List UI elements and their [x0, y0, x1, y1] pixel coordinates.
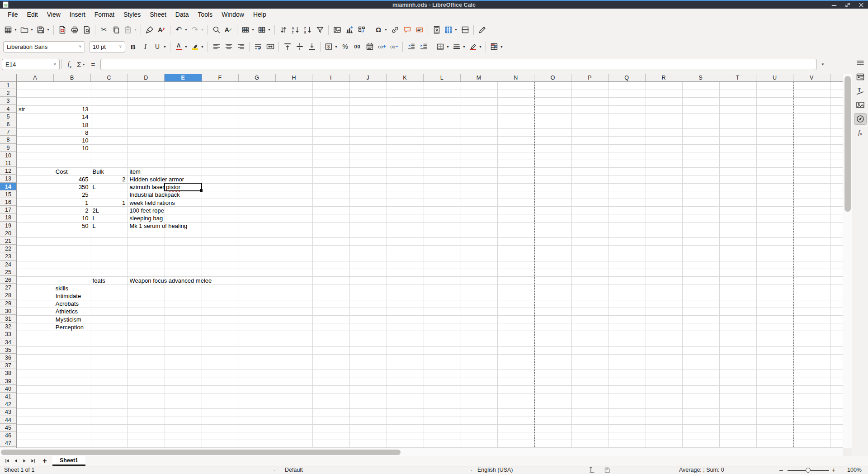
maximize-button[interactable] — [844, 2, 851, 8]
cell-B17[interactable]: 2 — [55, 207, 89, 214]
cell-B18[interactable]: 10 — [55, 215, 89, 222]
gallery-deck-button[interactable] — [854, 99, 867, 111]
cell-C13[interactable]: 2 — [92, 176, 126, 183]
cut-button[interactable]: ✂ — [98, 24, 110, 36]
row-header-43[interactable]: 43 — [0, 408, 16, 416]
zoom-in-button[interactable]: + — [832, 466, 835, 474]
cell-D16[interactable]: week field rations — [129, 199, 175, 207]
row-header-33[interactable]: 33 — [0, 331, 16, 338]
cell-B14[interactable]: 350 — [55, 184, 89, 191]
dropdown-arrow-icon[interactable]: ▾ — [14, 28, 18, 32]
row-header-29[interactable]: 29 — [0, 300, 16, 307]
dropdown-arrow-icon[interactable]: ▾ — [46, 28, 50, 32]
borders-button[interactable]: ▾ — [434, 40, 451, 53]
column-header-R[interactable]: R — [646, 74, 683, 81]
decrease-indent-button[interactable] — [405, 40, 417, 53]
column-header-P[interactable]: P — [571, 74, 609, 81]
align-top-button[interactable] — [281, 40, 293, 53]
row-header-30[interactable]: 30 — [0, 308, 16, 315]
column-header-M[interactable]: M — [461, 74, 498, 81]
row-header-18[interactable]: 18 — [0, 214, 16, 221]
sort-button[interactable] — [277, 24, 289, 36]
first-sheet-button[interactable] — [3, 456, 11, 465]
menu-view[interactable]: View — [42, 9, 65, 20]
styles-deck-button[interactable]: T — [854, 85, 867, 97]
row-header-10[interactable]: 10 — [0, 152, 16, 159]
row-header-6[interactable]: 6 — [0, 121, 16, 128]
select-all-corner[interactable] — [0, 74, 17, 82]
show-draw-functions-button[interactable] — [476, 24, 488, 36]
dropdown-arrow-icon[interactable]: ▾ — [500, 45, 504, 49]
row-header-12[interactable]: 12 — [0, 167, 16, 175]
row-header-21[interactable]: 21 — [0, 237, 16, 245]
dropdown-arrow-icon[interactable]: ▾ — [200, 45, 204, 49]
row-header-11[interactable]: 11 — [0, 160, 16, 167]
row-header-32[interactable]: 32 — [0, 323, 16, 330]
insert-column-button[interactable]: ▾ — [256, 24, 272, 36]
font-size-combo[interactable]: 10 pt ˅ — [89, 41, 125, 52]
row-header-20[interactable]: 20 — [0, 230, 16, 237]
titlebar[interactable]: miaminh.ods - LibreOffice Calc — [0, 1, 868, 9]
cell-C26[interactable]: feats — [93, 277, 105, 284]
menu-window[interactable]: Window — [217, 9, 249, 20]
dropdown-arrow-icon[interactable]: ▾ — [82, 62, 86, 66]
column-header-U[interactable]: U — [756, 74, 793, 81]
row-header-7[interactable]: 7 — [0, 128, 16, 136]
menu-edit[interactable]: Edit — [23, 9, 42, 20]
save-button[interactable]: ▾ — [35, 24, 51, 36]
autofilter-button[interactable] — [314, 24, 326, 36]
column-header-B[interactable]: B — [54, 74, 91, 81]
merge-cells-button[interactable] — [264, 40, 276, 53]
cell-C19[interactable]: L — [93, 223, 96, 230]
export-pdf-button[interactable] — [56, 24, 68, 36]
copy-button[interactable] — [110, 24, 122, 36]
column-header-A[interactable]: A — [17, 74, 54, 81]
row-header-25[interactable]: 25 — [0, 269, 16, 276]
format-as-percent-button[interactable]: % — [339, 40, 351, 53]
row-header-41[interactable]: 41 — [0, 393, 16, 400]
page-style[interactable]: Default — [285, 466, 303, 474]
bold-button[interactable]: B — [127, 40, 139, 53]
spreadsheet-grid[interactable]: str13141881010CostBulkitem4652Hidden sol… — [17, 82, 843, 448]
row-header-40[interactable]: 40 — [0, 385, 16, 393]
column-header-I[interactable]: I — [312, 74, 349, 81]
menu-format[interactable]: Format — [90, 9, 119, 20]
open-button[interactable]: ▾ — [19, 24, 35, 36]
cell-B29[interactable]: Acrobats — [56, 300, 79, 308]
row-header-1[interactable]: 1 — [0, 82, 16, 89]
dropdown-arrow-icon[interactable]: ▾ — [200, 28, 204, 32]
previous-sheet-button[interactable] — [11, 456, 20, 465]
row-header-35[interactable]: 35 — [0, 346, 16, 354]
cell-B30[interactable]: Athletics — [56, 308, 78, 315]
sidebar-settings-button[interactable] — [854, 57, 867, 69]
align-right-button[interactable] — [235, 40, 247, 53]
row-header-28[interactable]: 28 — [0, 292, 16, 299]
dropdown-arrow-icon[interactable]: ▾ — [462, 45, 466, 49]
cell-C14[interactable]: L — [93, 184, 96, 191]
vertical-scrollbar[interactable] — [843, 74, 852, 448]
insert-hyperlink-button[interactable] — [389, 24, 401, 36]
dropdown-arrow-icon[interactable]: ▾ — [454, 28, 458, 32]
dropdown-arrow-icon[interactable]: ▾ — [478, 45, 482, 49]
select-function-button[interactable]: Σ▾ — [75, 59, 87, 70]
increase-indent-button[interactable] — [417, 40, 429, 53]
function-wizard-button[interactable]: fx — [64, 59, 75, 70]
document-modified-icon[interactable] — [604, 466, 611, 474]
last-sheet-button[interactable] — [28, 456, 37, 465]
row-header-19[interactable]: 19 — [0, 222, 16, 229]
minimize-button[interactable] — [831, 2, 837, 8]
row-header-45[interactable]: 45 — [0, 424, 16, 431]
column-header-H[interactable]: H — [276, 74, 313, 81]
italic-button[interactable]: I — [139, 40, 151, 53]
column-header-D[interactable]: D — [127, 74, 165, 81]
formula-button[interactable]: = — [87, 59, 99, 70]
row-header-14[interactable]: 14 — [0, 183, 16, 190]
vertical-scrollbar-thumb[interactable] — [844, 76, 851, 212]
chevron-down-icon[interactable]: ˅ — [119, 44, 122, 49]
next-sheet-button[interactable] — [20, 456, 28, 465]
underline-button[interactable]: U▾ — [151, 40, 168, 53]
spelling-button[interactable]: A✓ — [222, 24, 235, 36]
undo-button[interactable]: ↶▾ — [173, 24, 189, 36]
zoom-level[interactable]: 100% — [847, 466, 862, 474]
row-header-4[interactable]: 4 — [0, 105, 16, 113]
